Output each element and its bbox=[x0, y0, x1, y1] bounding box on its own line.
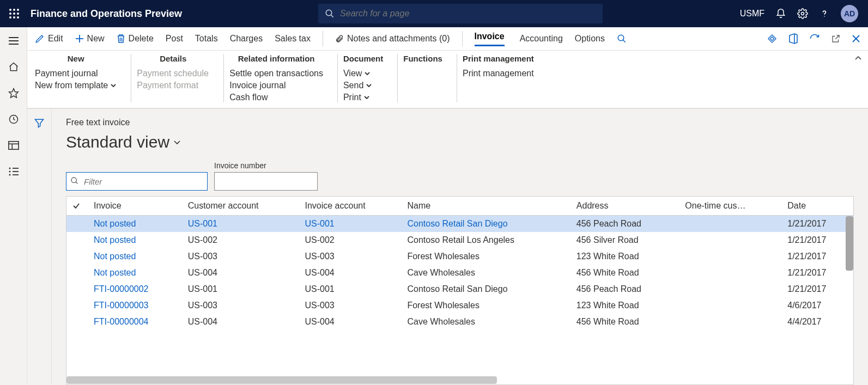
user-avatar[interactable]: AD bbox=[841, 5, 858, 22]
vertical-scrollbar[interactable] bbox=[846, 216, 853, 374]
chevron-down-icon bbox=[110, 82, 117, 89]
refresh-button[interactable] bbox=[809, 33, 820, 44]
table-row[interactable]: Not postedUS-003US-003Forest Wholesales1… bbox=[66, 248, 853, 265]
waffle-menu-button[interactable] bbox=[5, 5, 23, 22]
table-row[interactable]: FTI-00000004US-004US-004Cave Wholesales4… bbox=[66, 314, 853, 330]
global-search[interactable] bbox=[318, 4, 603, 23]
invoice-number-input[interactable] bbox=[214, 172, 318, 191]
row-selector[interactable] bbox=[66, 314, 88, 330]
notes-attachments-button[interactable]: Notes and attachments (0) bbox=[335, 33, 450, 44]
plus-icon bbox=[75, 34, 84, 43]
favorites-button[interactable] bbox=[8, 87, 20, 99]
workspace-icon bbox=[8, 140, 19, 150]
row-selector[interactable] bbox=[66, 216, 88, 233]
notifications-button[interactable] bbox=[775, 8, 786, 19]
ribbon-link-invoice-journal[interactable]: Invoice journal bbox=[229, 81, 323, 90]
scroll-thumb[interactable] bbox=[66, 376, 497, 384]
new-button[interactable]: New bbox=[75, 34, 105, 44]
salestax-button[interactable]: Sales tax bbox=[275, 34, 311, 44]
table-row[interactable]: FTI-00000002US-001US-001Contoso Retail S… bbox=[66, 281, 853, 297]
cell-name[interactable]: Contoso Retail San Diego bbox=[402, 216, 570, 233]
edit-button[interactable]: Edit bbox=[35, 34, 63, 44]
row-selector[interactable] bbox=[66, 265, 88, 281]
bell-icon bbox=[775, 8, 786, 19]
ribbon-link-send[interactable]: Send bbox=[343, 81, 383, 90]
global-search-input[interactable] bbox=[340, 9, 596, 19]
row-selector[interactable] bbox=[66, 297, 88, 314]
ribbon: New Payment journal New from template De… bbox=[27, 50, 868, 108]
col-invoice[interactable]: Invoice bbox=[88, 197, 183, 216]
recent-button[interactable] bbox=[8, 113, 20, 125]
ribbon-link-settle[interactable]: Settle open transactions bbox=[229, 69, 323, 78]
col-name[interactable]: Name bbox=[402, 197, 570, 216]
ribbon-link-view[interactable]: View bbox=[343, 69, 383, 78]
cell-date: 1/21/2017 bbox=[782, 232, 853, 248]
cell-custacct[interactable]: US-001 bbox=[183, 216, 300, 233]
settings-button[interactable] bbox=[797, 8, 808, 19]
cell-invoice[interactable]: Not posted bbox=[88, 232, 183, 248]
cell-onetime bbox=[679, 248, 782, 265]
col-onetime[interactable]: One-time cus… bbox=[679, 197, 782, 216]
legal-entity-label[interactable]: USMF bbox=[740, 9, 764, 19]
ribbon-group-title: Details bbox=[137, 54, 209, 63]
cell-invoice[interactable]: Not posted bbox=[88, 265, 183, 281]
ribbon-link-print[interactable]: Print bbox=[343, 93, 383, 102]
col-date[interactable]: Date bbox=[782, 197, 853, 216]
ribbon-link-print-management[interactable]: Print management bbox=[463, 69, 534, 78]
tab-accounting[interactable]: Accounting bbox=[520, 34, 563, 44]
post-button[interactable]: Post bbox=[166, 34, 183, 44]
clock-icon bbox=[8, 114, 19, 125]
table-row[interactable]: Not postedUS-001US-001Contoso Retail San… bbox=[66, 216, 853, 233]
tab-invoice-label: Invoice bbox=[475, 32, 505, 46]
expand-nav-button[interactable] bbox=[8, 35, 20, 47]
workspaces-button[interactable] bbox=[8, 139, 20, 151]
view-selector[interactable]: Standard view bbox=[66, 133, 854, 151]
col-invoice-account[interactable]: Invoice account bbox=[299, 197, 402, 216]
cell-invoice[interactable]: Not posted bbox=[88, 216, 183, 233]
ribbon-link-new-from-template[interactable]: New from template bbox=[35, 81, 117, 90]
cell-date: 4/6/2017 bbox=[782, 297, 853, 314]
ribbon-link-payment-journal[interactable]: Payment journal bbox=[35, 69, 117, 78]
close-button[interactable] bbox=[852, 34, 860, 43]
delete-button[interactable]: Delete bbox=[117, 34, 154, 44]
table-row[interactable]: Not postedUS-002US-002Contoso Retail Los… bbox=[66, 232, 853, 248]
content-area: Edit New Delete Post Totals Charges Sale… bbox=[27, 27, 868, 385]
cell-invoice[interactable]: FTI-00000002 bbox=[88, 281, 183, 297]
cell-invoice[interactable]: FTI-00000004 bbox=[88, 314, 183, 330]
open-office-button[interactable] bbox=[788, 33, 798, 44]
select-all-header[interactable] bbox=[66, 197, 88, 216]
collapse-ribbon-button[interactable] bbox=[854, 54, 863, 63]
home-button[interactable] bbox=[8, 61, 20, 73]
help-button[interactable] bbox=[819, 8, 830, 19]
col-address[interactable]: Address bbox=[571, 197, 679, 216]
table-row[interactable]: Not postedUS-004US-004Cave Wholesales456… bbox=[66, 265, 853, 281]
tab-invoice[interactable]: Invoice bbox=[475, 32, 508, 46]
cell-invoice[interactable]: FTI-00000003 bbox=[88, 297, 183, 314]
row-selector[interactable] bbox=[66, 232, 88, 248]
row-selector[interactable] bbox=[66, 248, 88, 265]
charges-button[interactable]: Charges bbox=[230, 34, 263, 44]
cell-custacct: US-003 bbox=[183, 297, 300, 314]
cell-invacct[interactable]: US-001 bbox=[299, 216, 402, 233]
filter-pane-button[interactable] bbox=[34, 118, 45, 385]
cell-invoice[interactable]: Not posted bbox=[88, 248, 183, 265]
tab-options[interactable]: Options bbox=[575, 34, 605, 44]
svg-point-21 bbox=[9, 168, 10, 169]
row-selector[interactable] bbox=[66, 281, 88, 297]
trash-icon bbox=[117, 34, 125, 44]
quick-filter-input[interactable] bbox=[66, 172, 208, 191]
svg-rect-33 bbox=[768, 35, 776, 42]
cell-invacct: US-002 bbox=[299, 232, 402, 248]
search-action-button[interactable] bbox=[617, 34, 627, 44]
table-row[interactable]: FTI-00000003US-003US-003Forest Wholesale… bbox=[66, 297, 853, 314]
personalize-button[interactable] bbox=[767, 33, 778, 44]
col-customer-account[interactable]: Customer account bbox=[183, 197, 300, 216]
scroll-thumb[interactable] bbox=[846, 216, 853, 271]
ribbon-link-cash-flow[interactable]: Cash flow bbox=[229, 93, 323, 102]
totals-button[interactable]: Totals bbox=[195, 34, 218, 44]
popout-button[interactable] bbox=[831, 34, 841, 44]
cell-custacct: US-004 bbox=[183, 265, 300, 281]
modules-button[interactable] bbox=[8, 166, 20, 178]
close-icon bbox=[852, 34, 860, 43]
horizontal-scrollbar[interactable] bbox=[66, 376, 846, 384]
